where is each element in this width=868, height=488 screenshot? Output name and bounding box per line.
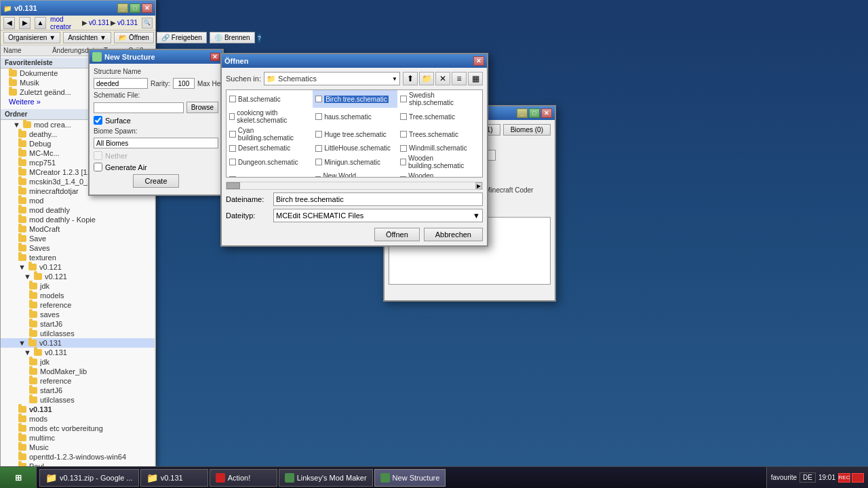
- sidebar-item-reference-v0131[interactable]: reference: [1, 376, 155, 386]
- start-button[interactable]: ⊞: [0, 467, 37, 488]
- taskbar-item-v0131[interactable]: 📁 v0.131: [140, 469, 208, 487]
- file-item-wooden-building[interactable]: Wooden building.schematic: [397, 153, 482, 171]
- file-item-cyan[interactable]: Cyan building.schematic: [226, 125, 313, 143]
- mod-close-btn[interactable]: ✕: [541, 108, 552, 118]
- sidebar-item-v0131[interactable]: ▼ v0.131: [1, 348, 155, 357]
- delete-icon[interactable]: ✕: [435, 72, 450, 85]
- sidebar-item-texturen[interactable]: texturen: [1, 253, 155, 262]
- new-structure-close[interactable]: ✕: [210, 53, 220, 61]
- sidebar-item-openttd[interactable]: openttd-1.2.3-windows-win64: [1, 452, 155, 462]
- mod-minimize-btn[interactable]: _: [517, 108, 528, 118]
- open-dialog-close[interactable]: ✕: [473, 56, 484, 66]
- sidebar-item-modcraft[interactable]: ModCraft: [1, 224, 155, 234]
- sidebar-item-v0121-parent[interactable]: ▼ v0.121: [1, 262, 155, 272]
- sidebar-item-utilclasses-v0131[interactable]: utilclasses: [1, 395, 155, 405]
- breadcrumb-3[interactable]: v0.131: [117, 19, 138, 26]
- breadcrumb-1[interactable]: mod creator: [50, 16, 81, 30]
- sidebar-item-multimc[interactable]: multimc: [1, 433, 155, 443]
- sidebar-item-music[interactable]: Music: [1, 443, 155, 452]
- abbrechen-button[interactable]: Abbrechen: [424, 228, 483, 241]
- file-item-tree[interactable]: Tree.schematic: [397, 108, 482, 125]
- dateiname-input[interactable]: [273, 192, 483, 206]
- taskbar-item-explorer[interactable]: 📁 v0.131.zip - Google ...: [39, 469, 139, 487]
- scroll-right-btn[interactable]: ▶: [475, 182, 482, 189]
- sidebar-item-v0131-parent[interactable]: ▼ v0.131: [1, 338, 155, 348]
- file-checkbox: [229, 131, 236, 138]
- file-item-desert[interactable]: Desert.schematic: [226, 143, 313, 153]
- file-item-hugetree[interactable]: Huge tree.schematic: [313, 125, 397, 143]
- breadcrumb-2[interactable]: v0.131: [89, 19, 109, 26]
- taskbar-item-action[interactable]: Action!: [210, 469, 277, 487]
- dateityp-combo[interactable]: MCEdit SCHEMATIC Files ▼: [273, 209, 483, 222]
- file-item-trees[interactable]: Trees.schematic: [397, 125, 482, 143]
- sidebar-item-mods-etc[interactable]: mods etc vorbereitung: [1, 424, 155, 433]
- sidebar-item-v0121[interactable]: ▼ v0.121: [1, 272, 155, 281]
- forward-button[interactable]: ▶: [19, 17, 31, 29]
- close-button[interactable]: ✕: [142, 3, 153, 13]
- open-button-toolbar[interactable]: 📂 Öffnen: [114, 32, 154, 43]
- view-list-icon[interactable]: ≡: [452, 72, 467, 85]
- rarity-input[interactable]: [173, 78, 195, 89]
- sidebar-item-startj6-v0121[interactable]: startJ6: [1, 319, 155, 329]
- sidebar-item-save[interactable]: Save: [1, 234, 155, 243]
- file-item-haus[interactable]: haus.schematic: [313, 108, 397, 125]
- back-button[interactable]: ◀: [3, 17, 15, 29]
- brennen-button[interactable]: 💿 Brennen: [210, 32, 255, 43]
- sidebar-item-utilclasses-v0121[interactable]: utilclasses: [1, 329, 155, 338]
- sidebar-item-mods[interactable]: mods: [1, 414, 155, 424]
- mod-maximize-btn[interactable]: □: [529, 108, 540, 118]
- folder-icon: [18, 169, 26, 176]
- freigeben-button[interactable]: 🔗 Freigeben: [157, 32, 207, 43]
- nether-checkbox[interactable]: [94, 151, 102, 160]
- nav-up-icon[interactable]: ⬆: [403, 72, 418, 85]
- sidebar-item-jdk-v0131[interactable]: jdk: [1, 357, 155, 367]
- surface-checkbox[interactable]: [94, 116, 102, 125]
- taskbar-item-modmaker[interactable]: Linksey's Mod Maker: [279, 469, 373, 487]
- sidebar-item-reference-v0121[interactable]: reference: [1, 300, 155, 310]
- suchen-combo[interactable]: 📁 Schematics ▼: [264, 72, 400, 85]
- new-folder-icon[interactable]: 📁: [419, 72, 434, 85]
- taskbar-item-newstructure[interactable]: New Structure: [374, 469, 446, 487]
- sidebar-item-saves-v0121[interactable]: saves: [1, 310, 155, 319]
- horizontal-scrollbar[interactable]: ▶: [226, 182, 483, 190]
- minimize-button[interactable]: _: [117, 3, 128, 13]
- biomes-button[interactable]: Biomes (0): [503, 124, 551, 136]
- file-item-falle[interactable]: falle1.schematic: [226, 171, 313, 178]
- file-item-birch[interactable]: Birch tree.schematic: [313, 90, 397, 108]
- file-item-littlehouse[interactable]: LittleHouse.schematic: [313, 143, 397, 153]
- file-item-windmill[interactable]: Windmill.schematic: [397, 143, 482, 153]
- sidebar-item-moddeathly-kopie[interactable]: mod deathly - Kopie: [1, 215, 155, 224]
- file-checkbox: [229, 96, 236, 102]
- sidebar-item-startj6-v0131[interactable]: startJ6: [1, 386, 155, 395]
- sidebar-item-models[interactable]: models: [1, 291, 155, 300]
- maximize-button[interactable]: □: [130, 3, 140, 13]
- biome-spawn-input[interactable]: [94, 138, 218, 148]
- file-item-newworld[interactable]: New World (Nether).schematic: [313, 171, 397, 178]
- sidebar-item-v0131-bold[interactable]: v0.131: [1, 405, 155, 414]
- structure-name-input[interactable]: [94, 78, 148, 89]
- file-item-wooden-house[interactable]: Wooden house.schematic: [397, 171, 482, 178]
- file-item-swedish[interactable]: Swedish ship.schematic: [397, 90, 482, 108]
- browse-button[interactable]: Browse: [186, 102, 218, 113]
- sidebar-item-jdk-v0121[interactable]: jdk: [1, 281, 155, 291]
- generate-air-checkbox[interactable]: [94, 163, 102, 171]
- sidebar-item-modmaker[interactable]: ModMaker_lib: [1, 367, 155, 376]
- sidebar-item-saves[interactable]: Saves: [1, 243, 155, 253]
- file-item-cookicng[interactable]: cookicng with skelet.schematic: [226, 108, 313, 125]
- file-item-bat[interactable]: Bat.schematic: [226, 90, 313, 108]
- oeffnen-button[interactable]: Öffnen: [374, 228, 420, 241]
- schematic-file-input[interactable]: [94, 102, 184, 113]
- organize-button[interactable]: Organisieren ▼: [3, 32, 60, 43]
- scroll-thumb[interactable]: [226, 182, 240, 189]
- help-icon[interactable]: ?: [258, 33, 261, 43]
- file-item-minigun[interactable]: Minigun.schematic: [313, 153, 397, 171]
- up-button[interactable]: ▲: [35, 17, 46, 29]
- view-grid-icon[interactable]: ▦: [468, 72, 483, 85]
- file-item-dungeon[interactable]: Dungeon.schematic: [226, 153, 313, 171]
- views-button[interactable]: Ansichten ▼: [63, 32, 111, 43]
- sidebar-item-mod[interactable]: mod: [1, 196, 155, 205]
- create-button[interactable]: Create: [133, 174, 178, 188]
- sidebar-item-moddeathly[interactable]: mod deathly: [1, 205, 155, 215]
- open-dialog-body: Suchen in: 📁 Schematics ▼ ⬆ 📁 ✕ ≡ ▦ Bat.: [222, 68, 487, 245]
- language-indicator[interactable]: DE: [800, 472, 816, 483]
